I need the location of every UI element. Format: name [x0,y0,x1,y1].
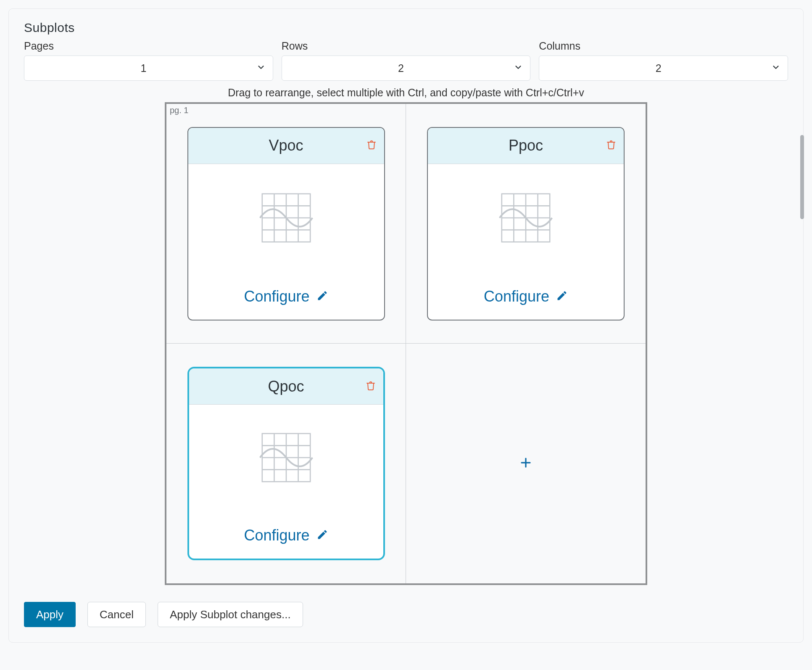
card-header: Qpoc [189,368,383,405]
configure-label: Configure [244,288,309,305]
subplot-grid: Vpoc [166,104,646,583]
page-label: pg. 1 [170,106,188,115]
grid-cell[interactable]: Vpoc [166,104,406,344]
card-header: Ppoc [428,128,624,164]
pencil-icon [316,529,328,542]
columns-control: Columns 2 [539,40,788,81]
grid-cell[interactable]: Qpoc [166,344,406,583]
pages-select-wrap: 1 [24,56,273,81]
grid-outer[interactable]: pg. 1 Vpoc [165,102,647,585]
trash-icon [366,139,377,152]
pencil-icon [556,290,568,303]
cancel-button[interactable]: Cancel [87,602,146,627]
delete-button[interactable] [366,139,377,152]
apply-button[interactable]: Apply [24,602,76,627]
panel-title: Subplots [24,21,788,35]
columns-label: Columns [539,40,788,52]
columns-select-wrap: 2 [539,56,788,81]
card-body [428,164,624,273]
card-title: Vpoc [269,137,303,154]
rows-select-wrap: 2 [282,56,531,81]
pencil-icon [316,290,328,303]
card-body [189,405,383,512]
controls-row: Pages 1 Rows 2 Columns 2 [24,40,788,81]
trash-icon [366,380,376,393]
scrollbar-thumb[interactable] [800,135,804,219]
pages-select[interactable]: 1 [24,56,273,81]
subplots-panel: Subplots Pages 1 Rows 2 Columns 2 [8,8,804,643]
configure-button[interactable]: Configure [428,273,624,320]
chart-placeholder-icon [259,191,314,247]
footer-row: Apply Cancel Apply Subplot changes... [24,602,788,627]
card-title: Qpoc [268,378,304,395]
pages-control: Pages 1 [24,40,273,81]
configure-button[interactable]: Configure [189,512,383,559]
add-subplot-cell[interactable] [406,344,646,583]
card-title: Ppoc [509,137,543,154]
apply-subplot-changes-button[interactable]: Apply Subplot changes... [158,602,303,627]
rows-select[interactable]: 2 [282,56,531,81]
chart-placeholder-icon [498,191,553,247]
configure-button[interactable]: Configure [188,273,384,320]
pages-label: Pages [24,40,273,52]
chart-placeholder-icon [259,430,314,487]
delete-button[interactable] [606,139,616,152]
plus-icon [519,456,532,471]
trash-icon [606,139,616,152]
configure-label: Configure [244,527,309,544]
subplot-card-vpoc[interactable]: Vpoc [187,127,385,320]
grid-wrap: pg. 1 Vpoc [24,102,788,585]
columns-select[interactable]: 2 [539,56,788,81]
configure-label: Configure [484,288,549,305]
grid-cell[interactable]: Ppoc [406,104,646,344]
rows-control: Rows 2 [282,40,531,81]
delete-button[interactable] [366,380,376,393]
card-header: Vpoc [188,128,384,164]
subplot-card-qpoc[interactable]: Qpoc [187,367,385,560]
rows-label: Rows [282,40,531,52]
subplot-card-ppoc[interactable]: Ppoc [427,127,625,320]
card-body [188,164,384,273]
hint-text: Drag to rearrange, select multiple with … [24,87,788,99]
